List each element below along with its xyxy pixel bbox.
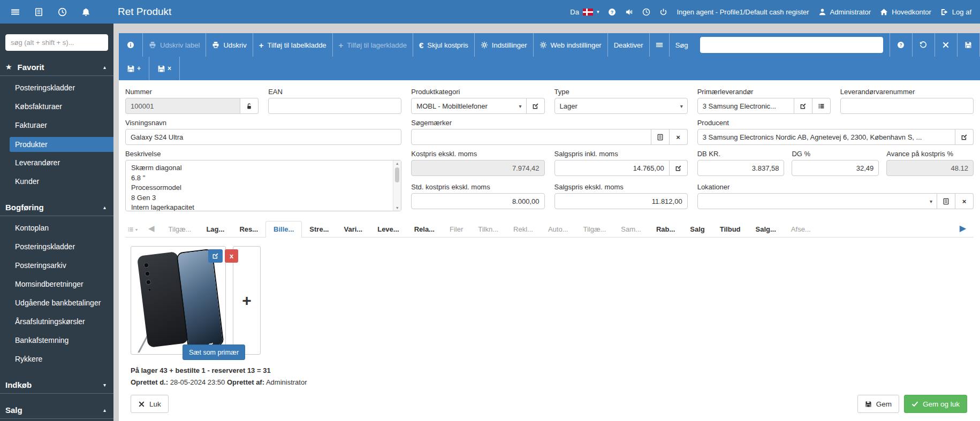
toolbar-close-button[interactable] bbox=[935, 33, 957, 57]
tab-sam[interactable]: Sam... bbox=[613, 221, 649, 237]
hamburger-menu-icon[interactable] bbox=[11, 7, 20, 17]
dg-pct-input[interactable] bbox=[792, 160, 879, 176]
toolbar-save-button[interactable] bbox=[957, 33, 980, 57]
help-button[interactable]: ? bbox=[608, 8, 616, 16]
logout-button[interactable]: Log af bbox=[940, 8, 971, 16]
sidebar-item-leverandører[interactable]: Leverandører bbox=[0, 154, 113, 172]
tabs-scroll-left[interactable]: ◀ bbox=[142, 224, 161, 237]
sidebar-item-posteringsarkiv[interactable]: Posteringsarkiv bbox=[0, 256, 113, 275]
std-kostpris-input[interactable] bbox=[411, 193, 544, 209]
save-and-close-button[interactable]: × bbox=[149, 57, 180, 80]
sidebar-item-rykkere[interactable]: Rykkere bbox=[0, 350, 113, 369]
sidebar-item-udgående-bankbetalinger[interactable]: Udgående bankbetalinger bbox=[0, 294, 113, 312]
language-selector[interactable]: Da ▾ bbox=[570, 8, 599, 16]
toolbar-history-button[interactable] bbox=[912, 33, 935, 57]
power-button[interactable] bbox=[659, 8, 667, 16]
salgspris-edit-button[interactable] bbox=[670, 160, 688, 176]
sidebar-section-header-favorit[interactable]: ★Favorit▴ bbox=[0, 60, 113, 73]
tab-tilgæ[interactable]: Tilgæ... bbox=[161, 221, 199, 237]
salgspris-inkl-input[interactable] bbox=[554, 160, 670, 176]
tab-tilkn[interactable]: Tilkn... bbox=[470, 221, 506, 237]
tab-leve[interactable]: Leve... bbox=[370, 221, 406, 237]
toolbar-add-labelkladde-button[interactable]: +Tilføj til labelkladde bbox=[253, 33, 332, 57]
save-button[interactable]: Gem bbox=[857, 395, 899, 413]
tab-res[interactable]: Res... bbox=[232, 221, 265, 237]
leverandoervarenummer-input[interactable] bbox=[840, 98, 974, 114]
tab-filer[interactable]: Filer bbox=[442, 221, 470, 237]
producent-edit-button[interactable] bbox=[955, 129, 974, 145]
image-delete-button[interactable]: x bbox=[225, 249, 238, 263]
sidebar-item-momsindberetninger[interactable]: Momsindberetninger bbox=[0, 275, 113, 294]
save-and-close-button[interactable]: Gem og luk bbox=[904, 395, 967, 413]
toolbar-help-button[interactable]: ? bbox=[890, 33, 912, 57]
sidebar-item-fakturaer[interactable]: Fakturaer bbox=[0, 116, 113, 135]
sidebar-item-bankafstemning[interactable]: Bankafstemning bbox=[0, 331, 113, 350]
tab-salg[interactable]: Salg... bbox=[748, 221, 784, 237]
sidebar-item-produkter[interactable]: Produkter bbox=[10, 137, 113, 152]
tab-vari[interactable]: Vari... bbox=[336, 221, 370, 237]
tab-rab[interactable]: Rab... bbox=[649, 221, 682, 237]
tab-rela[interactable]: Rela... bbox=[407, 221, 442, 237]
primaerleverandoer-edit-button[interactable] bbox=[794, 98, 812, 114]
toolbar-menu-button[interactable] bbox=[649, 33, 669, 57]
tab-rekl[interactable]: Rekl... bbox=[506, 221, 541, 237]
scroll-down-icon[interactable]: ▼ bbox=[393, 206, 401, 210]
lokationer-select[interactable]: ▾ bbox=[697, 193, 937, 209]
producent-input[interactable] bbox=[697, 129, 955, 145]
soegemaerker-input[interactable] bbox=[411, 129, 651, 145]
primaerleverandoer-list-button[interactable] bbox=[812, 98, 831, 114]
toolbar-search-input[interactable] bbox=[700, 37, 883, 53]
sidebar-item-posteringskladder[interactable]: Posteringskladder bbox=[0, 238, 113, 256]
time-button[interactable] bbox=[642, 8, 650, 16]
primaerleverandoer-input[interactable] bbox=[697, 98, 794, 114]
clock-icon[interactable] bbox=[58, 7, 67, 17]
lokationer-list-button[interactable] bbox=[937, 193, 955, 209]
scrollbar-thumb[interactable] bbox=[395, 167, 399, 182]
tab-list-menu[interactable]: ▾ bbox=[125, 226, 142, 237]
sidebar-item-kunder[interactable]: Kunder bbox=[0, 172, 113, 191]
user-menu[interactable]: Administrator bbox=[818, 8, 871, 16]
tab-afse[interactable]: Afse... bbox=[784, 221, 818, 237]
office-menu[interactable]: Hovedkontor bbox=[880, 8, 931, 16]
tab-lag[interactable]: Lag... bbox=[199, 221, 232, 237]
scrollbar[interactable]: ▲ ▼ bbox=[393, 160, 401, 211]
tab-tilgæ[interactable]: Tilgæ... bbox=[575, 221, 613, 237]
produktkategori-edit-button[interactable] bbox=[527, 98, 545, 114]
toolbar-web-settings-button[interactable]: Web indstillinger bbox=[533, 33, 607, 57]
tabs-scroll-right[interactable]: ▶ bbox=[952, 223, 974, 237]
sidebar-item-købsfakturaer[interactable]: Købsfakturaer bbox=[0, 97, 113, 116]
beskrivelse-textarea[interactable]: Skærm diagonal 6.8 " Processormodel 8 Ge… bbox=[125, 160, 401, 211]
toolbar-print-button[interactable]: Udskriv bbox=[206, 33, 252, 57]
close-button[interactable]: Luk bbox=[131, 395, 169, 413]
toolbar-info-button[interactable] bbox=[119, 33, 142, 57]
journal-icon[interactable] bbox=[34, 7, 43, 17]
tab-stre[interactable]: Stre... bbox=[302, 221, 336, 237]
toolbar-hide-cost-button[interactable]: €Skjul kostpris bbox=[413, 33, 474, 57]
tab-salg[interactable]: Salg bbox=[682, 221, 712, 237]
sidebar-section-header-bogføring[interactable]: Bogføring▴ bbox=[0, 201, 113, 213]
sidebar-section-header-indkøb[interactable]: Indkøb▾ bbox=[0, 378, 113, 391]
lokationer-clear-button[interactable]: × bbox=[955, 193, 974, 209]
image-edit-button[interactable] bbox=[208, 249, 223, 263]
ean-input[interactable] bbox=[268, 98, 401, 114]
soegemaerker-list-button[interactable] bbox=[651, 129, 670, 145]
visningsnavn-input[interactable] bbox=[125, 129, 401, 145]
soegemaerker-clear-button[interactable]: × bbox=[670, 129, 688, 145]
sidebar-section-header-salg[interactable]: Salg▴ bbox=[0, 403, 113, 416]
sidebar-item-årsafslutningskørsler[interactable]: Årsafslutningskørsler bbox=[0, 312, 113, 331]
type-select[interactable]: Lager ▾ bbox=[554, 98, 688, 114]
save-and-new-button[interactable]: + bbox=[119, 57, 149, 80]
scroll-up-icon[interactable]: ▲ bbox=[393, 162, 401, 165]
sidebar-item-kontoplan[interactable]: Kontoplan bbox=[0, 219, 113, 238]
bell-icon[interactable] bbox=[81, 7, 90, 17]
toolbar-deactivate-button[interactable]: Deaktiver bbox=[607, 33, 649, 57]
set-primary-button[interactable]: Sæt som primær bbox=[183, 345, 245, 360]
lock-button[interactable] bbox=[240, 98, 259, 114]
sidebar-item-posteringskladder[interactable]: Posteringskladder bbox=[0, 79, 113, 97]
salgspris-ekskl-input[interactable] bbox=[554, 193, 688, 209]
toolbar-search-label-button[interactable]: Søg bbox=[669, 33, 694, 57]
sound-button[interactable] bbox=[625, 8, 633, 16]
db-kr-input[interactable] bbox=[697, 160, 785, 176]
produktkategori-select[interactable]: MOBL - Mobiltlelefoner ▾ bbox=[411, 98, 526, 114]
sidebar-search-input[interactable] bbox=[5, 34, 108, 51]
